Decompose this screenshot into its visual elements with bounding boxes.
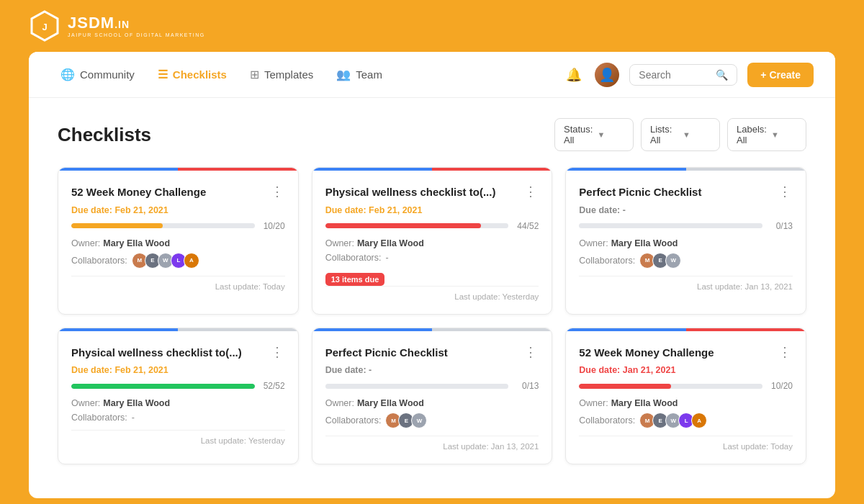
progress-row: 10/20	[71, 221, 285, 231]
collaborator-avatar: A	[691, 413, 707, 428]
accent-segment	[566, 328, 685, 331]
card-menu-button[interactable]: ⋮	[523, 346, 539, 359]
chevron-down-icon: ▼	[771, 130, 797, 139]
chevron-down-icon: ▼	[683, 130, 711, 139]
card-owner-name: Mary Ella Wood	[103, 398, 170, 408]
card-collaborators-row: Collaborators: -	[71, 413, 285, 423]
accent-segment	[312, 328, 432, 331]
progress-count: 10/20	[262, 221, 285, 231]
accent-segment	[178, 328, 297, 331]
card-menu-button[interactable]: ⋮	[269, 346, 285, 359]
progress-row: 10/20	[579, 381, 793, 391]
nav-label-checklists: Checklists	[173, 68, 227, 81]
nav-item-templates[interactable]: ⊞ Templates	[240, 62, 323, 87]
card-collaborators-row: Collaborators:MEWLA	[579, 413, 793, 428]
card-collaborators-row: Collaborators:MEWLA	[71, 253, 285, 269]
notification-bell[interactable]: 🔔	[563, 64, 585, 86]
card-accent-bar	[58, 328, 298, 331]
progress-row: 52/52	[71, 381, 285, 391]
card-owner-row: Owner: Mary Ella Wood	[71, 238, 285, 248]
nav-item-community[interactable]: 🌐 Community	[50, 62, 145, 87]
lists-filter[interactable]: Lists: All ▼	[641, 118, 720, 151]
list-icon: ☰	[158, 68, 168, 81]
collaborators-label: Collaborators:	[325, 415, 382, 426]
card-footer: Last update: Today	[579, 436, 793, 451]
collaborators-empty: -	[385, 253, 388, 263]
search-input[interactable]	[639, 69, 710, 81]
checklist-card: 52 Week Money Challenge⋮Due date: Jan 21…	[565, 328, 806, 465]
card-title: Perfect Picnic Checklist	[579, 185, 771, 199]
avatar-group: MEWLA	[132, 253, 199, 269]
logo-text: JSDM.IN JAIPUR SCHOOL OF DIGITAL MARKETI…	[68, 15, 205, 37]
card-accent-bar	[566, 328, 806, 331]
nav-bar: 🌐 Community ☰ Checklists ⊞ Templates 👥 T…	[29, 52, 835, 98]
accent-segment	[58, 328, 178, 331]
collaborator-avatar: A	[184, 253, 199, 269]
svg-text:J: J	[42, 22, 47, 32]
avatar-group: MEW	[385, 413, 427, 428]
card-title: 52 Week Money Challenge	[71, 185, 264, 199]
logo-icon: J	[29, 10, 60, 42]
card-owner-name: Mary Ella Wood	[611, 398, 678, 408]
nav-links: 🌐 Community ☰ Checklists ⊞ Templates 👥 T…	[50, 62, 563, 87]
collaborators-label: Collaborators:	[71, 256, 127, 266]
page-header: Checklists Status: All ▼ Lists: All ▼ La…	[58, 118, 806, 151]
progress-bar-background	[325, 223, 509, 228]
nav-right: 🔔 👤 🔍 + Create	[563, 63, 814, 87]
checklist-card: Physical wellness checklist to(...)⋮Due …	[58, 328, 299, 465]
progress-count: 52/52	[262, 381, 285, 391]
checklist-card: 52 Week Money Challenge⋮Due date: Feb 21…	[58, 167, 299, 315]
progress-count: 0/13	[516, 381, 539, 391]
card-menu-button[interactable]: ⋮	[523, 185, 539, 198]
card-header: Perfect Picnic Checklist⋮	[325, 346, 539, 360]
card-collaborators-row: Collaborators: -	[325, 253, 539, 263]
avatar-group: MEWLA	[639, 413, 707, 428]
card-title: Physical wellness checklist to(...)	[325, 185, 518, 199]
card-menu-button[interactable]: ⋮	[269, 185, 285, 198]
card-header: Perfect Picnic Checklist⋮	[579, 185, 793, 199]
accent-segment	[178, 168, 297, 171]
card-header: 52 Week Money Challenge⋮	[71, 185, 285, 199]
nav-item-checklists[interactable]: ☰ Checklists	[148, 62, 237, 87]
card-owner-name: Mary Ella Wood	[103, 238, 170, 248]
progress-bar-fill	[325, 223, 481, 228]
card-title: Perfect Picnic Checklist	[325, 346, 518, 360]
nav-label-templates: Templates	[264, 68, 313, 81]
progress-count: 0/13	[770, 221, 793, 231]
collaborators-label: Collaborators:	[71, 413, 127, 423]
progress-bar-background	[71, 384, 255, 389]
card-title: Physical wellness checklist to(...)	[71, 346, 264, 360]
accent-segment	[312, 168, 432, 171]
nav-label-community: Community	[80, 68, 135, 81]
checklist-card: Physical wellness checklist to(...)⋮Due …	[312, 167, 553, 315]
collaborators-label: Collaborators:	[579, 256, 635, 266]
card-footer: Last update: Jan 13, 2021	[325, 436, 539, 451]
labels-filter[interactable]: Labels: All ▼	[727, 118, 806, 151]
create-button[interactable]: + Create	[747, 63, 814, 87]
nav-item-team[interactable]: 👥 Team	[326, 62, 392, 87]
card-footer: Last update: Yesterday	[325, 286, 539, 301]
card-header: Physical wellness checklist to(...)⋮	[325, 185, 539, 199]
checklist-card: Perfect Picnic Checklist⋮Due date: -0/13…	[312, 328, 553, 465]
collaborators-label: Collaborators:	[579, 415, 635, 426]
card-collaborators-row: Collaborators:MEW	[579, 253, 793, 269]
card-due-date: Due date: Feb 21, 2021	[71, 205, 285, 215]
progress-bar-background	[325, 384, 509, 389]
card-owner-row: Owner: Mary Ella Wood	[579, 398, 793, 408]
card-collaborators-row: Collaborators:MEW	[325, 413, 539, 428]
user-avatar[interactable]: 👤	[595, 63, 619, 87]
progress-row: 0/13	[579, 221, 793, 231]
progress-bar-background	[71, 223, 255, 228]
card-owner-row: Owner: Mary Ella Wood	[71, 398, 285, 408]
card-menu-button[interactable]: ⋮	[777, 185, 793, 198]
card-footer: Last update: Jan 13, 2021	[579, 276, 793, 291]
card-owner-name: Mary Ella Wood	[357, 398, 424, 408]
logo-main-text: JSDM.IN	[68, 15, 205, 31]
card-owner-row: Owner: Mary Ella Wood	[579, 238, 793, 248]
collaborator-avatar: W	[411, 413, 427, 428]
progress-count: 44/52	[516, 221, 539, 231]
card-due-date: Due date: -	[325, 365, 539, 375]
card-menu-button[interactable]: ⋮	[777, 346, 793, 359]
search-box: 🔍	[629, 64, 737, 86]
status-filter[interactable]: Status: All ▼	[554, 118, 634, 151]
